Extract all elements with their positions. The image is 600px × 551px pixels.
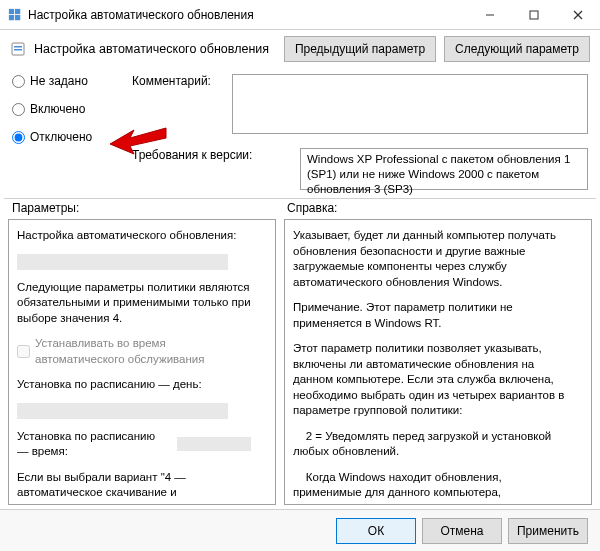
comment-label: Комментарий:	[132, 74, 222, 88]
svg-rect-2	[9, 15, 14, 20]
maximize-icon	[529, 10, 539, 20]
help-para2: Примечание. Этот параметр политики не пр…	[293, 300, 567, 331]
help-para1: Указывает, будет ли данный компьютер пол…	[293, 228, 567, 290]
schedule-day-combo[interactable]	[17, 403, 228, 419]
svg-rect-3	[15, 15, 20, 20]
help-pane: Указывает, будет ли данный компьютер пол…	[284, 219, 592, 505]
radio-not-configured-input[interactable]	[12, 75, 25, 88]
subheader: Настройка автоматического обновления Пре…	[0, 30, 600, 68]
radio-enabled-input[interactable]	[12, 103, 25, 116]
radio-enabled[interactable]: Включено	[12, 102, 116, 116]
minimize-button[interactable]	[468, 0, 512, 29]
help-para5: Когда Windows находит обновления, примен…	[293, 470, 567, 504]
radio-disabled-input[interactable]	[12, 131, 25, 144]
radio-label: Отключено	[30, 130, 92, 144]
subheader-label: Настройка автоматического обновления	[34, 42, 276, 56]
titlebar: Настройка автоматического обновления	[0, 0, 600, 30]
comment-textarea[interactable]	[232, 74, 588, 134]
help-para4: 2 = Уведомлять перед загрузкой и установ…	[293, 429, 567, 460]
svg-rect-1	[15, 8, 20, 13]
params-note: Следующие параметры политики являются об…	[17, 280, 251, 327]
apply-button[interactable]: Применить	[508, 518, 588, 544]
window-controls	[468, 0, 600, 29]
schedule-time-label: Установка по расписанию — время:	[17, 429, 169, 460]
schedule-time-combo[interactable]	[177, 437, 251, 451]
schedule-day-label: Установка по расписанию — день:	[17, 377, 251, 393]
prev-param-button[interactable]: Предыдущий параметр	[284, 36, 436, 62]
version-requirements: Windows XP Professional с пакетом обновл…	[300, 148, 588, 190]
parameters-content[interactable]: Настройка автоматического обновления: Сл…	[9, 220, 275, 504]
radio-label: Не задано	[30, 74, 88, 88]
cancel-button[interactable]: Отмена	[422, 518, 502, 544]
maximize-button[interactable]	[512, 0, 556, 29]
svg-rect-10	[14, 49, 22, 51]
close-icon	[573, 10, 583, 20]
parameters-pane: Настройка автоматического обновления: Сл…	[8, 219, 276, 505]
help-para3: Этот параметр политики позволяет указыва…	[293, 341, 567, 419]
fields-column: Комментарий: Требования к версии: Window…	[132, 74, 588, 190]
combo-placeholder[interactable]	[17, 254, 228, 270]
help-header: Справка:	[287, 201, 337, 215]
svg-rect-5	[530, 11, 538, 19]
checkbox-input	[17, 345, 30, 358]
panes-container: Настройка автоматического обновления: Сл…	[0, 219, 600, 505]
params-header: Параметры:	[12, 201, 287, 215]
radio-not-configured[interactable]: Не задано	[12, 74, 116, 88]
ok-button[interactable]: ОК	[336, 518, 416, 544]
svg-rect-9	[14, 46, 22, 48]
svg-rect-0	[9, 8, 14, 13]
next-param-button[interactable]: Следующий параметр	[444, 36, 590, 62]
radio-label: Включено	[30, 102, 85, 116]
params-bottom-text: Если вы выбрали вариант "4 — автоматичес…	[17, 470, 251, 504]
window-title: Настройка автоматического обновления	[28, 8, 254, 22]
version-label: Требования к версии:	[132, 148, 270, 162]
dialog-footer: ОК Отмена Применить	[0, 509, 600, 551]
minimize-icon	[485, 10, 495, 20]
state-section: Не задано Включено Отключено Комментарий…	[0, 68, 600, 190]
policy-icon	[10, 41, 26, 57]
install-maintenance-checkbox[interactable]: Устанавливать во время автоматического о…	[17, 336, 251, 367]
radio-disabled[interactable]: Отключено	[12, 130, 116, 144]
app-icon	[8, 8, 22, 22]
params-title: Настройка автоматического обновления:	[17, 228, 251, 244]
checkbox-label: Устанавливать во время автоматического о…	[35, 336, 251, 367]
panes-header: Параметры: Справка:	[0, 199, 600, 219]
help-content[interactable]: Указывает, будет ли данный компьютер пол…	[285, 220, 591, 504]
close-button[interactable]	[556, 0, 600, 29]
radio-group: Не задано Включено Отключено	[12, 74, 116, 190]
